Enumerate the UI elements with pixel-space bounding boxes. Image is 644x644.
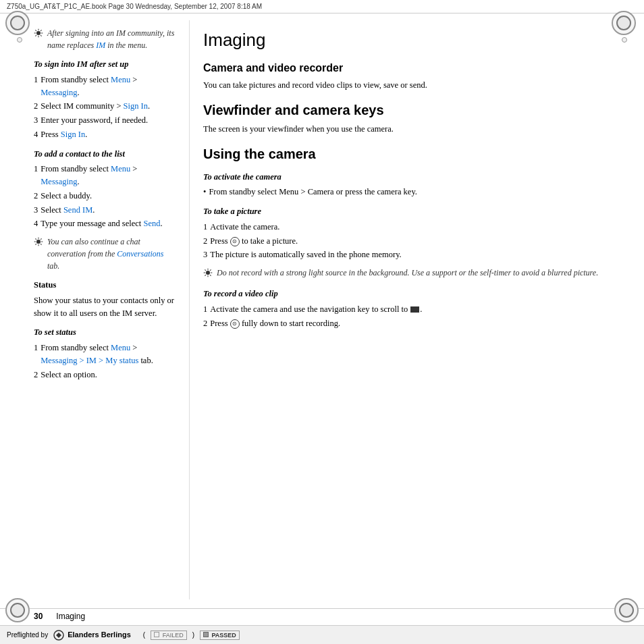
activate-bullet-item: • From standby select Menu > Camera or p…: [203, 186, 610, 198]
corner-decoration-bl: [5, 598, 30, 622]
svg-line-16: [41, 238, 41, 239]
step-item: 1 From standby select Menu > Messaging.: [34, 163, 176, 188]
step-item: 1 Activate the camera.: [203, 221, 610, 234]
activate-bullet-text: From standby select Menu > Camera or pre…: [209, 186, 417, 198]
footer-page-num: 30: [34, 612, 43, 621]
main-title: Imaging: [203, 27, 610, 53]
add-contact-heading: To add a contact to the list: [34, 148, 176, 161]
note-2-text: You can also continue a chat converation…: [47, 236, 176, 272]
camera-heading: Camera and video recorder: [203, 60, 610, 76]
svg-line-26: [205, 275, 205, 275]
svg-line-24: [210, 275, 211, 275]
svg-point-0: [36, 31, 41, 35]
svg-line-7: [41, 30, 41, 30]
left-column: After signing into an IM community, its …: [34, 20, 189, 599]
elanders-text: Elanders Berlings: [68, 630, 131, 638]
note-sun-icon-3: [203, 268, 213, 281]
step-item: 2 Press ⊙ to take a picture.: [203, 235, 610, 248]
activate-heading: To activate the camera: [203, 171, 610, 184]
note-2: You can also continue a chat converation…: [34, 236, 176, 272]
corner-circle-bl: [5, 598, 30, 622]
circle-s-icon-2: ⊙: [230, 319, 240, 329]
step-item: 4 Press Sign In.: [34, 128, 176, 141]
step-item: 3 The picture is automatically saved in …: [203, 248, 610, 261]
circle-s-icon: ⊙: [230, 237, 240, 246]
right-column: Imaging Camera and video recorder You ca…: [189, 20, 610, 599]
pf-failed-badge: FAILED: [151, 630, 187, 640]
note-sun-icon-2: [34, 237, 43, 272]
preflighted-label: Preflighted by: [7, 631, 48, 639]
set-status-heading: To set status: [34, 326, 176, 339]
note-sun-icon-1: [34, 28, 43, 51]
step-item: 2 Select a buddy.: [34, 190, 176, 203]
note-3: Do not record with a strong light source…: [203, 267, 610, 281]
step-item: 1 From standby select Menu > Messaging >…: [34, 342, 176, 367]
set-status-steps: 1 From standby select Menu > Messaging >…: [34, 342, 176, 381]
record-video-heading: To record a video clip: [203, 288, 610, 300]
elanders-logo: Elanders Berlings: [53, 630, 131, 641]
viewfinder-heading: Viewfinder and camera keys: [203, 100, 610, 120]
video-icon: [410, 306, 419, 313]
step-item: 2 Select IM community > Sign In.: [34, 100, 176, 113]
svg-point-9: [36, 240, 41, 244]
pf-separator2: ): [192, 631, 194, 639]
svg-line-15: [41, 244, 41, 244]
add-contact-steps: 1 From standby select Menu > Messaging. …: [34, 163, 176, 230]
step-item: 1 From standby select Menu > Messaging.: [34, 74, 176, 99]
note-1-text: After signing into an IM community, its …: [47, 27, 176, 51]
header-bar: Z750a_UG_AT&T_P1C_AE.book Page 30 Wednes…: [0, 0, 644, 14]
status-body: Show your status to your contacts only o…: [34, 294, 176, 320]
svg-line-8: [35, 35, 36, 36]
step-item: 3 Select Send IM.: [34, 204, 176, 217]
svg-line-25: [210, 269, 211, 270]
footer: 30 Imaging: [0, 608, 644, 624]
svg-line-17: [35, 244, 36, 244]
corner-circle-br: [614, 598, 639, 622]
take-picture-heading: To take a picture: [203, 205, 610, 218]
step-item: 2 Press ⊙ fully down to start recording.: [203, 317, 610, 330]
header-text: Z750a_UG_AT&T_P1C_AE.book Page 30 Wednes…: [7, 3, 262, 10]
using-camera-heading: Using the camera: [203, 144, 610, 164]
note-1: After signing into an IM community, its …: [34, 27, 176, 51]
status-heading: Status: [34, 279, 176, 292]
corner-decoration-br: [614, 598, 639, 622]
step-item: 2 Select an option.: [34, 369, 176, 381]
svg-line-6: [41, 35, 41, 36]
svg-line-5: [35, 30, 36, 30]
preflighted-bar: Preflighted by Elanders Berlings ( FAILE…: [0, 625, 644, 644]
step-item: 3 Enter your password, if needed.: [34, 114, 176, 127]
step-item: 4 Type your message and select Send.: [34, 217, 176, 230]
sign-in-heading: To sign into IM after set up: [34, 58, 176, 71]
main-content: After signing into an IM community, its …: [0, 14, 644, 606]
svg-line-14: [35, 238, 36, 239]
sign-in-steps: 1 From standby select Menu > Messaging. …: [34, 74, 176, 141]
pf-passed-badge: PASSED: [200, 630, 240, 640]
step-item: 1 Activate the camera and use the naviga…: [203, 303, 610, 316]
svg-line-23: [205, 269, 205, 270]
camera-body: You can take pictures and record video c…: [203, 79, 610, 92]
viewfinder-body: The screen is your viewfinder when you u…: [203, 123, 610, 136]
footer-section: Imaging: [56, 612, 85, 621]
pf-separator: (: [143, 631, 145, 639]
note-3-text: Do not record with a strong light source…: [217, 267, 598, 281]
svg-point-18: [206, 271, 210, 275]
take-picture-steps: 1 Activate the camera. 2 Press ⊙ to take…: [203, 221, 610, 261]
record-video-steps: 1 Activate the camera and use the naviga…: [203, 303, 610, 330]
passed-checkbox: [203, 632, 209, 637]
note-1-highlight: IM: [96, 41, 105, 50]
failed-checkbox: [154, 632, 159, 637]
note-2-highlight: Conversations: [117, 249, 163, 259]
bullet-symbol: •: [203, 186, 206, 198]
